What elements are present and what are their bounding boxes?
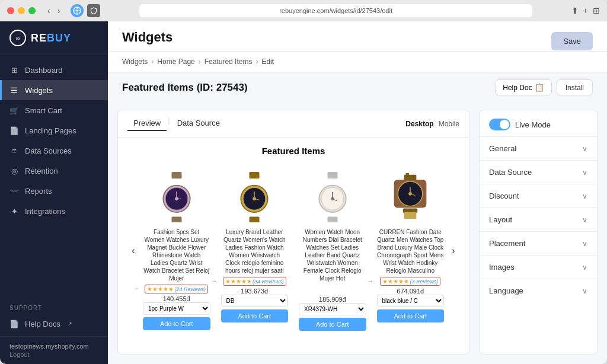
product-desc-2: Luxury Brand Leather Quartz Women's Watc… xyxy=(221,228,289,274)
nav-label: Reports xyxy=(25,187,52,196)
save-button[interactable]: Save xyxy=(551,32,593,50)
sidebar: ∞ REBUY ⊞ Dashboard ☰ Widgets 🛒 Smart Ca… xyxy=(0,21,108,364)
panel-data-source[interactable]: Data Source ∨ xyxy=(480,161,597,184)
logo: ∞ REBUY xyxy=(0,21,108,55)
back-button[interactable]: ‹ xyxy=(45,5,53,17)
content-area: Preview | Data Source Desktop Mobile Fea… xyxy=(108,100,607,364)
panel-placement[interactable]: Placement ∨ xyxy=(480,232,597,256)
browser-icon xyxy=(71,4,84,17)
prev-arrow[interactable]: ‹ xyxy=(126,165,140,336)
sidebar-item-landing-pages[interactable]: 📄 Landing Pages xyxy=(0,120,108,141)
product-image-3 xyxy=(309,170,356,223)
maximize-button[interactable] xyxy=(28,7,36,14)
review-count-4: (3 Reviews) xyxy=(410,279,438,285)
preview-header: Preview | Data Source Desktop Mobile xyxy=(118,110,469,138)
nav-label: Widgets xyxy=(25,86,53,95)
review-count-2: (34 Reviews) xyxy=(253,279,284,285)
sidebar-item-integrations[interactable]: ✦ Integrations xyxy=(0,201,108,221)
help-doc-button[interactable]: Help Doc 📋 xyxy=(495,79,551,95)
svg-rect-30 xyxy=(403,208,418,213)
window-controls xyxy=(7,7,36,14)
toggle-knob xyxy=(500,120,509,129)
next-arrow[interactable]: › xyxy=(446,165,461,336)
live-mode-switch[interactable] xyxy=(489,119,510,130)
share-icon[interactable]: ⬆ xyxy=(571,6,579,15)
sidebar-item-data-sources[interactable]: ≡ Data Sources xyxy=(0,141,108,161)
panel-language[interactable]: Language ∨ xyxy=(480,279,597,302)
breadcrumb-featured-items[interactable]: Featured Items xyxy=(205,58,253,66)
product-select-4[interactable]: black blue / C xyxy=(377,295,445,307)
star-1: ★★★★★ xyxy=(147,286,174,292)
stars-row-1: → ★★★★★ (24 Reviews) xyxy=(145,285,208,293)
sidebar-item-smart-cart[interactable]: 🛒 Smart Cart xyxy=(0,100,108,120)
close-button[interactable] xyxy=(7,7,14,14)
product-price-4: 674.091đ xyxy=(397,288,424,295)
svg-rect-1 xyxy=(171,172,181,178)
product-select-2[interactable]: DB xyxy=(221,295,289,307)
mobile-view[interactable]: Mobile xyxy=(439,120,459,128)
panel-layout[interactable]: Layout ∨ xyxy=(480,208,597,232)
widget-title: Featured Items xyxy=(126,146,461,156)
minimize-button[interactable] xyxy=(18,7,25,14)
star-4: ★★★★★ xyxy=(382,278,409,285)
products-container: ‹ xyxy=(126,165,461,336)
nav-label: Integrations xyxy=(25,207,65,216)
tab-data-source[interactable]: Data Source xyxy=(171,116,226,131)
panel-discount[interactable]: Discount ∨ xyxy=(480,184,597,208)
sidebar-nav: ⊞ Dashboard ☰ Widgets 🛒 Smart Cart 📄 Lan… xyxy=(0,55,108,299)
help-icon: 📄 xyxy=(9,319,19,328)
desktop-view[interactable]: Desktop xyxy=(405,120,433,128)
url-text: rebuyengine.com/widgets/id/27543/edit xyxy=(279,7,392,14)
chevron-placement: ∨ xyxy=(582,240,587,248)
url-bar[interactable]: rebuyengine.com/widgets/id/27543/edit xyxy=(139,4,532,17)
sidebar-item-dashboard[interactable]: ⊞ Dashboard xyxy=(0,60,108,80)
product-image-2 xyxy=(231,170,278,223)
placement-label: Placement xyxy=(489,239,525,248)
discount-label: Discount xyxy=(489,191,519,200)
nav-label: Smart Cart xyxy=(25,106,62,115)
widget-heading-row: Featured Items (ID: 27543) Help Doc 📋 In… xyxy=(108,72,607,100)
add-cart-button-1[interactable]: Add to Cart xyxy=(143,317,210,330)
chevron-layout: ∨ xyxy=(582,216,587,224)
pages-icon: 📄 xyxy=(9,126,19,135)
grid-icon[interactable]: ⊞ xyxy=(593,6,600,15)
cart-icon: 🛒 xyxy=(9,106,19,115)
chevron-images: ∨ xyxy=(582,263,587,272)
sidebar-item-widgets[interactable]: ☰ Widgets xyxy=(0,80,108,100)
window: ‹ › rebuyengine.com/widgets/id/27543/edi… xyxy=(0,0,607,364)
product-card: Fashion 5pcs Set Women Watches Luxury Ma… xyxy=(140,165,213,336)
sidebar-item-reports[interactable]: 〰 Reports xyxy=(0,181,108,201)
product-card-4: CURREN Fashion Date Quartz Men Watches T… xyxy=(375,165,447,336)
product-select-3[interactable]: XR4379-WH xyxy=(299,303,366,315)
add-cart-button-2[interactable]: Add to Cart xyxy=(221,309,289,323)
help-doc-label: Help Doc xyxy=(503,84,532,92)
new-tab-icon[interactable]: + xyxy=(583,6,588,15)
arrow-1: → xyxy=(133,285,139,292)
dashboard-icon: ⊞ xyxy=(9,65,19,75)
general-label: General xyxy=(489,144,516,153)
chevron-general: ∨ xyxy=(582,145,587,153)
tab-preview[interactable]: Preview xyxy=(127,116,167,131)
breadcrumb-widgets[interactable]: Widgets xyxy=(122,58,148,66)
install-button[interactable]: Install xyxy=(557,79,593,95)
add-cart-button-4[interactable]: Add to Cart xyxy=(377,309,445,323)
page-title: Widgets xyxy=(122,30,172,45)
chevron-discount: ∨ xyxy=(582,192,587,200)
sidebar-item-help-docs[interactable]: 📄 Help Docs ↗ xyxy=(0,314,108,334)
sep3: › xyxy=(255,58,258,66)
stars-row-2: → ★★★★★ (34 Reviews) xyxy=(223,277,286,286)
breadcrumb-home-page[interactable]: Home Page xyxy=(157,58,194,66)
sidebar-item-retention[interactable]: ◎ Retention xyxy=(0,161,108,181)
arrow-4: → xyxy=(367,277,373,284)
panel-images[interactable]: Images ∨ xyxy=(480,256,597,279)
product-select-1[interactable]: 1pc Purple W xyxy=(143,302,210,315)
widgets-icon: ☰ xyxy=(9,85,19,95)
forward-button[interactable]: › xyxy=(55,5,63,17)
shield-icon xyxy=(87,4,100,17)
add-cart-button-3[interactable]: Add to Cart xyxy=(299,318,366,331)
header-right: Save xyxy=(551,30,593,50)
star-2: ★★★★★ xyxy=(225,278,252,285)
stars-badge-2: ★★★★★ (34 Reviews) xyxy=(223,277,286,286)
logout-link[interactable]: Logout xyxy=(9,351,98,358)
panel-general[interactable]: General ∨ xyxy=(480,137,597,161)
